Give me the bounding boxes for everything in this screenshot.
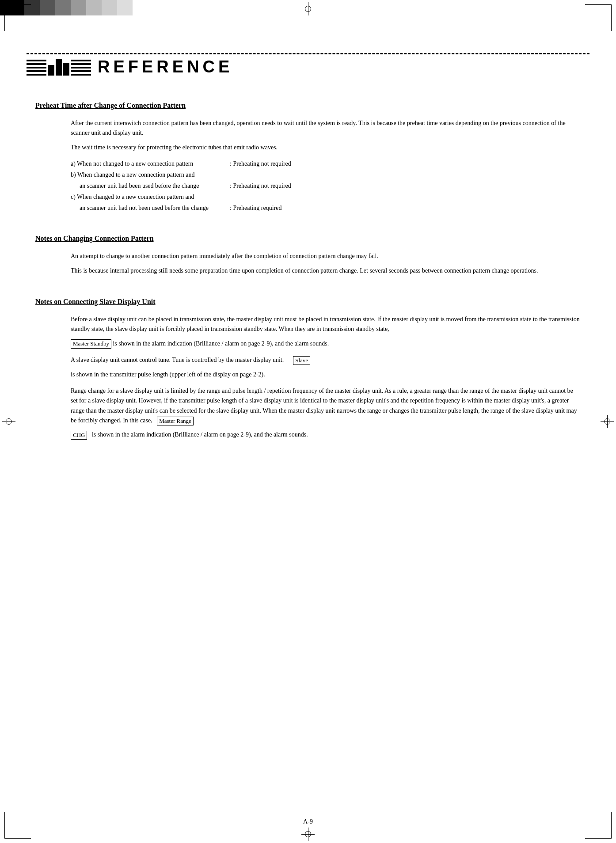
icon-bar-2 [56, 59, 62, 76]
crosshair-left-middle [2, 415, 15, 428]
icon-bars [48, 59, 69, 76]
page-title: REFERENCE [98, 57, 233, 76]
master-standby-box: Master Standby [71, 339, 111, 348]
notes-changing-para-2: This is because internal processing stil… [71, 266, 581, 276]
connecting-para-5: Range change for a slave display unit is… [71, 386, 581, 426]
master-range-box: Master Range [157, 417, 194, 425]
section-notes-connecting: Notes on Connecting Slave Display Unit B… [35, 298, 581, 440]
section-notes-changing: Notes on Changing Connection Pattern An … [35, 235, 581, 276]
preheat-para-1: After the current interswitch connection… [71, 118, 581, 138]
icon-bar-1 [48, 65, 54, 76]
list-row-c2: an scanner unit had not been used before… [71, 203, 581, 213]
section-preheat-body: After the current interswitch connection… [71, 118, 581, 213]
preheat-para-2: The wait time is necessary for protectin… [71, 143, 581, 152]
list-row-c1: c) When changed to a new connection patt… [71, 192, 581, 201]
connecting-para-2: Master Standby is shown in the alarm ind… [71, 339, 581, 349]
icon-lines-right [71, 60, 91, 76]
icon-line-4 [27, 70, 46, 72]
list-value-c1 [230, 192, 581, 201]
connecting-para-2-text: is shown in the alarm indication (Brilli… [113, 340, 329, 347]
preheat-list: a) When not changed to a new connection … [71, 159, 581, 213]
list-value-b2: : Preheating not required [230, 181, 581, 190]
icon-line-r4 [71, 70, 91, 72]
header-area: REFERENCE [27, 57, 589, 76]
corner-mark-bottom-right [585, 812, 612, 839]
list-value-b1 [230, 170, 581, 179]
icon-line-r3 [71, 67, 91, 68]
crosshair-bottom-center [301, 828, 315, 841]
list-label-b1: b) When changed to a new connection patt… [71, 170, 230, 179]
list-value-c2: : Preheating required [230, 203, 581, 213]
icon-line-3 [27, 67, 46, 68]
list-value-a: : Preheating not required [230, 159, 581, 168]
icon-lines-left [27, 60, 46, 76]
corner-mark-top-right [585, 4, 612, 31]
page-number: A-9 [0, 818, 616, 825]
slave-box: Slave [293, 356, 310, 365]
page: REFERENCE Preheat Time after Change of C… [0, 0, 616, 843]
main-content: Preheat Time after Change of Connection … [35, 102, 581, 462]
section-preheat: Preheat Time after Change of Connection … [35, 102, 581, 213]
chg-box: CHG [71, 431, 87, 440]
list-label-c1: c) When changed to a new connection patt… [71, 192, 230, 201]
crosshair-right-middle [601, 415, 614, 428]
connecting-para-1: Before a slave display unit can be place… [71, 315, 581, 334]
section-notes-changing-body: An attempt to change to another connecti… [71, 251, 581, 276]
icon-line-r5 [71, 74, 91, 76]
section-notes-connecting-title: Notes on Connecting Slave Display Unit [35, 298, 581, 306]
icon-line-1 [27, 60, 46, 61]
list-row-b2: an scanner unit had been used before the… [71, 181, 581, 190]
list-label-a: a) When not changed to a new connection … [71, 159, 230, 168]
list-row-b1: b) When changed to a new connection patt… [71, 170, 581, 179]
list-label-b2: an scanner unit had been used before the… [71, 181, 230, 190]
icon-line-2 [27, 63, 46, 65]
section-notes-changing-title: Notes on Changing Connection Pattern [35, 235, 581, 243]
list-row-a: a) When not changed to a new connection … [71, 159, 581, 168]
corner-mark-bottom-left [4, 812, 31, 839]
corner-mark-top-left [4, 4, 31, 31]
icon-line-r2 [71, 63, 91, 65]
connecting-para-4: is shown in the transmitter pulse length… [71, 370, 581, 380]
icon-line-r1 [71, 60, 91, 61]
connecting-para-6: CHG is shown in the alarm indication (Br… [71, 430, 581, 440]
connecting-para-3: A slave display unit cannot control tune… [71, 355, 581, 365]
notes-changing-para-1: An attempt to change to another connecti… [71, 251, 581, 261]
section-notes-connecting-body: Before a slave display unit can be place… [71, 315, 581, 440]
dashed-separator [27, 53, 589, 54]
list-label-c2: an scanner unit had not been used before… [71, 203, 230, 213]
reference-icon [27, 59, 91, 76]
section-preheat-title: Preheat Time after Change of Connection … [35, 102, 581, 110]
icon-bar-3 [63, 63, 69, 76]
icon-line-5 [27, 74, 46, 76]
crosshair-top-center [301, 2, 315, 15]
